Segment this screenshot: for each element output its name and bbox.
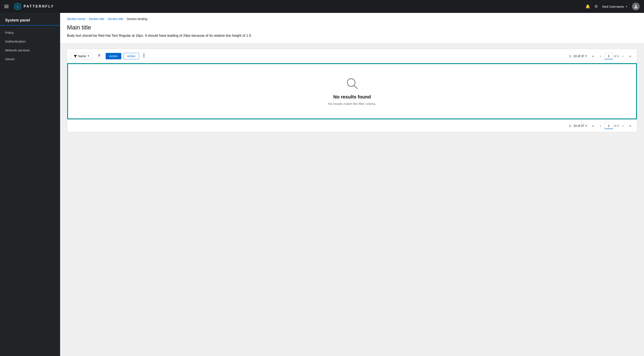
hamburger-menu[interactable] <box>4 5 8 8</box>
sidebar-link-server[interactable]: Server <box>0 55 60 63</box>
pagination-last-bottom[interactable]: » <box>627 122 634 129</box>
empty-state-wrapper: No results found No results match the fi… <box>67 63 637 119</box>
content-body: Name ▼ Action Action <box>60 44 644 356</box>
sort-button[interactable] <box>95 52 104 60</box>
layout: System panel Policy Authentication Netwo… <box>0 13 644 356</box>
settings-icon[interactable]: ⚙ <box>594 4 598 9</box>
username-label: Ned Username <box>602 5 624 8</box>
main-content: Section home › Section title › Section t… <box>60 13 644 356</box>
pagination-caret-icon-bottom: ▼ <box>585 125 587 127</box>
pagination-first-bottom[interactable]: « <box>590 122 596 129</box>
pagination-range-bottom: 1 - 10 of 37 <box>569 124 584 127</box>
svg-point-4 <box>144 54 144 54</box>
sidebar-nav: Policy Authentication Network services S… <box>0 27 60 65</box>
empty-state: No results found No results match the fi… <box>68 64 636 118</box>
pagination-count-top[interactable]: 1 - 10 of 37 ▼ <box>569 54 587 58</box>
pagination-last-top[interactable]: » <box>627 53 634 59</box>
filter-label: Name <box>78 54 86 58</box>
svg-point-6 <box>144 57 144 57</box>
pagination-count-bottom[interactable]: 1 - 10 of 37 ▼ <box>569 124 587 127</box>
pagination-range-top: 1 - 10 of 37 <box>569 54 584 58</box>
svg-line-8 <box>354 85 357 89</box>
toolbar-top: Name ▼ Action Action <box>67 49 637 63</box>
breadcrumb-sep-2: › <box>106 18 106 21</box>
pagination-prev-top[interactable]: ‹ <box>597 53 604 59</box>
kebab-menu-button[interactable] <box>141 52 146 60</box>
toolbar-bottom: 1 - 10 of 37 ▼ « ‹ 1 of 4 › » <box>67 119 637 132</box>
sidebar-link-authentication[interactable]: Authentication <box>0 37 60 46</box>
avatar[interactable] <box>632 3 640 10</box>
action-primary-button[interactable]: Action <box>106 53 121 59</box>
breadcrumb-current: Section landing <box>127 17 147 21</box>
sidebar-link-policy[interactable]: Policy <box>0 28 60 37</box>
notifications-icon[interactable]: 🔔 <box>586 4 590 9</box>
empty-state-description: No results match the filter criteria. <box>328 102 376 106</box>
pagination-bottom: 1 - 10 of 37 ▼ « ‹ 1 of 4 › » <box>569 122 634 129</box>
breadcrumb-sep-3: › <box>124 18 125 21</box>
pagination-page-input-top[interactable]: 1 <box>604 53 613 59</box>
pagination-prev-bottom[interactable]: ‹ <box>597 122 604 129</box>
sidebar-item-server[interactable]: Server <box>0 55 60 63</box>
pagination-next-top[interactable]: › <box>620 53 626 59</box>
breadcrumb-section-title-2[interactable]: Section title <box>108 17 123 21</box>
pagination-page-input-bottom[interactable]: 1 <box>604 122 613 129</box>
page-body-text: Body text should be Red Hat Text Regular… <box>67 33 260 38</box>
pagination-of-bottom: of 4 <box>614 124 619 127</box>
sidebar-title: System panel <box>0 13 60 26</box>
sidebar-link-network-services[interactable]: Network services <box>0 46 60 55</box>
sidebar-item-authentication[interactable]: Authentication <box>0 37 60 46</box>
breadcrumb: Section home › Section title › Section t… <box>67 17 637 21</box>
breadcrumb-section-home[interactable]: Section home <box>67 17 86 21</box>
svg-point-3 <box>635 5 637 7</box>
sidebar-item-network-services[interactable]: Network services <box>0 46 60 55</box>
kebab-icon <box>144 53 144 58</box>
breadcrumb-sep-1: › <box>87 18 88 21</box>
pagination-top: 1 - 10 of 37 ▼ « ‹ 1 of 4 › » <box>569 53 634 59</box>
content-header: Section home › Section title › Section t… <box>60 13 644 44</box>
no-results-icon <box>346 77 358 90</box>
pagination-first-top[interactable]: « <box>590 53 596 59</box>
sidebar: System panel Policy Authentication Netwo… <box>0 13 60 356</box>
logo: PATTERNFLY <box>14 3 54 10</box>
table-card: Name ▼ Action Action <box>67 49 637 132</box>
filter-button[interactable]: Name ▼ <box>71 53 93 59</box>
brand-name: PATTERNFLY <box>24 5 54 8</box>
filter-icon <box>74 55 77 58</box>
pagination-next-bottom[interactable]: › <box>620 122 626 129</box>
breadcrumb-section-title-1[interactable]: Section title <box>89 17 104 21</box>
pagination-of-top: of 4 <box>614 54 619 58</box>
sidebar-item-policy[interactable]: Policy <box>0 28 60 37</box>
empty-state-title: No results found <box>334 94 371 100</box>
user-caret-icon: ▼ <box>626 5 628 8</box>
topnav-icons: 🔔 ⚙ Ned Username ▼ <box>586 3 640 10</box>
svg-point-5 <box>144 55 144 56</box>
filter-caret-icon: ▼ <box>87 55 90 57</box>
pagination-caret-icon-top: ▼ <box>585 55 587 57</box>
patternfly-logo-icon <box>14 3 22 10</box>
topnav: PATTERNFLY 🔔 ⚙ Ned Username ▼ <box>0 0 644 13</box>
action-secondary-button[interactable]: Action <box>124 53 139 59</box>
sort-icon <box>97 54 101 57</box>
svg-marker-2 <box>17 5 19 8</box>
page-title: Main title <box>67 24 637 31</box>
user-menu[interactable]: Ned Username ▼ <box>602 5 628 8</box>
